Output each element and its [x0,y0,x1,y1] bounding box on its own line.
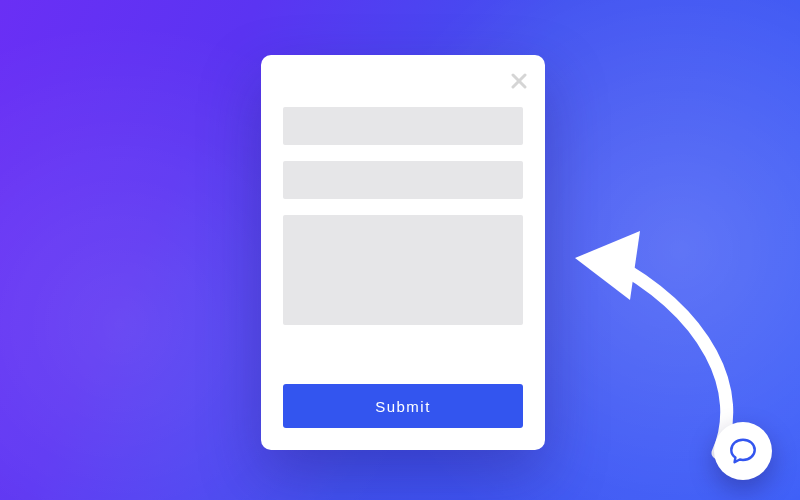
modal-header [283,73,527,93]
form-fields [283,107,523,325]
chat-launcher-button[interactable] [714,422,772,480]
submit-button[interactable]: Submit [283,384,523,428]
close-icon[interactable] [511,73,527,89]
text-field-1[interactable] [283,107,523,145]
page-background: Submit [0,0,800,500]
contact-form-modal: Submit [261,55,545,450]
chat-bubble-icon [728,436,758,466]
message-textarea[interactable] [283,215,523,325]
text-field-2[interactable] [283,161,523,199]
